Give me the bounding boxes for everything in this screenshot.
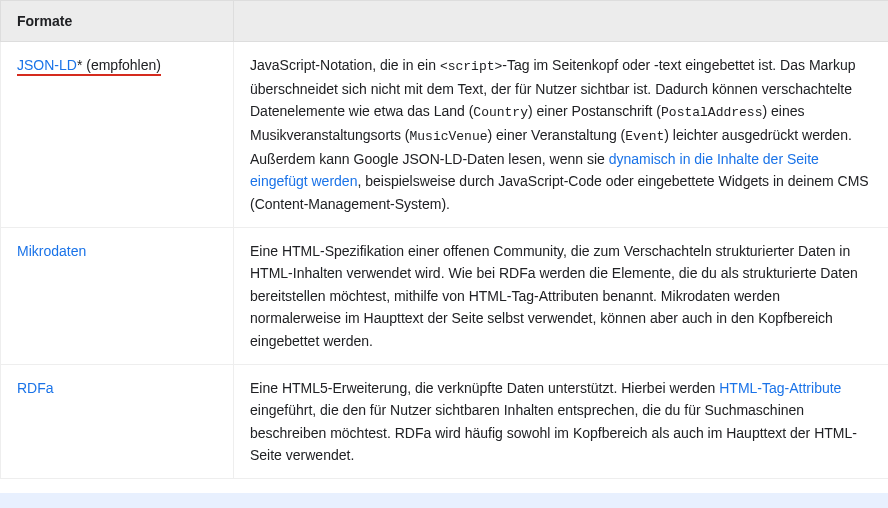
code-inline: Country bbox=[473, 105, 528, 120]
code-inline: MusicVenue bbox=[410, 129, 488, 144]
desc-text: Eine HTML5-Erweiterung, die verknüpfte D… bbox=[250, 380, 719, 396]
inline-link-html-attr[interactable]: HTML-Tag-Attribute bbox=[719, 380, 841, 396]
table-header-empty bbox=[234, 1, 889, 42]
code-inline: PostalAddress bbox=[661, 105, 762, 120]
table-header: Formate bbox=[1, 1, 234, 42]
desc-text: ) einer Postanschrift ( bbox=[528, 103, 661, 119]
recommendation-callout: Wir empfehlen, für strukturierte Daten n… bbox=[0, 493, 888, 508]
code-inline: Event bbox=[625, 129, 664, 144]
table-row: Mikrodaten Eine HTML-Spezifikation einer… bbox=[1, 227, 889, 364]
format-link-rdfa[interactable]: RDFa bbox=[17, 380, 54, 396]
format-name-cell: Mikrodaten bbox=[1, 227, 234, 364]
formats-table: Formate JSON-LD* (empfohlen) JavaScript-… bbox=[0, 0, 888, 479]
format-link-mikrodaten[interactable]: Mikrodaten bbox=[17, 243, 86, 259]
table-row: RDFa Eine HTML5-Erweiterung, die verknüp… bbox=[1, 364, 889, 479]
table-row: JSON-LD* (empfohlen) JavaScript-Notation… bbox=[1, 42, 889, 228]
format-name-cell: RDFa bbox=[1, 364, 234, 479]
format-description-cell: JavaScript-Notation, die in ein <script>… bbox=[234, 42, 889, 228]
format-description-cell: Eine HTML-Spezifikation einer offenen Co… bbox=[234, 227, 889, 364]
format-extra: * (empfohlen) bbox=[77, 57, 161, 73]
table-header-row: Formate bbox=[1, 1, 889, 42]
code-inline: <script> bbox=[440, 59, 502, 74]
format-link-jsonld[interactable]: JSON-LD bbox=[17, 57, 77, 73]
desc-text: eingeführt, die den für Nutzer sichtbare… bbox=[250, 402, 857, 463]
desc-text: ) einer Veranstaltung ( bbox=[488, 127, 626, 143]
format-description-cell: Eine HTML5-Erweiterung, die verknüpfte D… bbox=[234, 364, 889, 479]
format-name-cell: JSON-LD* (empfohlen) bbox=[1, 42, 234, 228]
desc-text: JavaScript-Notation, die in ein bbox=[250, 57, 440, 73]
